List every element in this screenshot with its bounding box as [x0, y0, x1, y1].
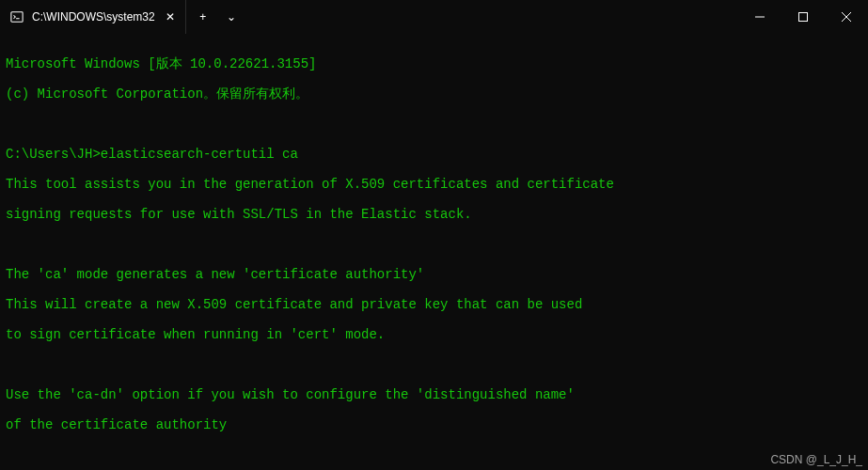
terminal-icon: [9, 9, 24, 24]
prompt-line: C:\Users\JH>elasticsearch-certutil ca: [6, 147, 862, 162]
banner-line: Microsoft Windows [版本 10.0.22621.3155]: [6, 56, 862, 71]
titlebar-drag-area[interactable]: [243, 0, 738, 34]
watermark: CSDN @_L_J_H_: [770, 453, 862, 466]
output-line: signing requests for use with SSL/TLS in…: [6, 207, 862, 222]
tab-actions: + ⌄: [186, 0, 243, 34]
tab-active[interactable]: C:\WINDOWS\system32 ✕: [0, 0, 186, 34]
output-line: This will create a new X.509 certificate…: [6, 297, 862, 312]
tab-dropdown-button[interactable]: ⌄: [220, 0, 243, 34]
blank-line: [6, 357, 862, 372]
minimize-button[interactable]: [738, 0, 781, 34]
prompt-command: elasticsearch-certutil ca: [101, 147, 298, 162]
output-line: of the certificate authority: [6, 417, 862, 432]
output-line: The 'ca' mode generates a new 'certifica…: [6, 267, 862, 282]
output-line: This tool assists you in the generation …: [6, 177, 862, 192]
window-titlebar: C:\WINDOWS\system32 ✕ + ⌄: [0, 0, 868, 34]
banner-line: (c) Microsoft Corporation。保留所有权利。: [6, 86, 862, 102]
tab-title: C:\WINDOWS\system32: [32, 10, 155, 24]
new-tab-button[interactable]: +: [186, 0, 220, 34]
output-line: to sign certificate when running in 'cer…: [6, 327, 862, 342]
output-line: Use the 'ca-dn' option if you wish to co…: [6, 387, 862, 402]
blank-line: [6, 447, 862, 462]
maximize-button[interactable]: [781, 0, 825, 34]
window-close-button[interactable]: [825, 0, 868, 34]
tab-close-button[interactable]: ✕: [163, 9, 178, 24]
window-controls: [738, 0, 868, 34]
svg-rect-3: [799, 13, 808, 22]
blank-line: [6, 237, 862, 252]
prompt-prefix: C:\Users\JH>: [6, 147, 101, 162]
blank-line: [6, 117, 862, 132]
svg-rect-0: [11, 12, 23, 23]
terminal-body[interactable]: Microsoft Windows [版本 10.0.22621.3155] (…: [0, 34, 868, 470]
